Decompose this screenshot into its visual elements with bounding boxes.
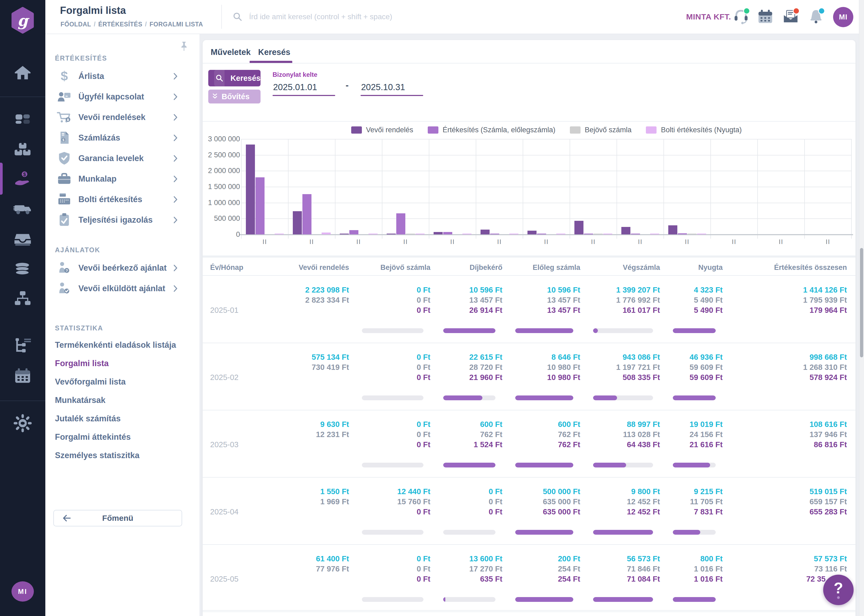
chart-bar[interactable] [481, 229, 490, 234]
chart-bar[interactable] [631, 234, 640, 234]
chart-bar[interactable] [697, 234, 706, 234]
sidebar-item[interactable]: Vevőforgalmi lista [46, 372, 200, 391]
sidebar-item-label: Számlázás [79, 133, 120, 143]
mail-icon[interactable] [782, 8, 799, 25]
table-row[interactable]: 575 134 Ft0 Ft22 615 Ft8 646 Ft943 086 F… [203, 343, 856, 410]
chart-bar[interactable] [369, 234, 378, 234]
chart-bar[interactable] [688, 234, 696, 234]
chart-bar[interactable] [246, 145, 255, 234]
column-header[interactable]: Díjbekérő [437, 264, 509, 272]
sidebar-item[interactable]: Vevői elküldött ajánlat [46, 278, 200, 299]
chart-bar[interactable] [594, 234, 603, 234]
chart-bar[interactable] [302, 194, 311, 234]
sidebar-item[interactable]: Bolti értékesítés [46, 189, 200, 210]
breadcrumb-home[interactable]: FŐOLDAL [61, 21, 91, 28]
chart-bar[interactable] [556, 234, 566, 234]
column-header[interactable]: Előleg számla [509, 264, 587, 272]
sidebar-item[interactable]: $Árlista [46, 66, 200, 86]
sidebar-item[interactable]: Munkatársak [46, 391, 200, 409]
progress-track [673, 597, 716, 602]
column-header[interactable]: Nyugta [667, 264, 730, 272]
rail-item-inbox[interactable] [13, 229, 32, 247]
rail-item-home[interactable] [13, 63, 32, 82]
sidebar-item[interactable]: Forgalmi áttekintés [46, 428, 200, 446]
calendar-icon[interactable] [757, 8, 774, 25]
sidebar-item[interactable]: Személyes statiszitka [46, 446, 200, 465]
column-header[interactable]: Vevői rendelés [268, 264, 356, 272]
user-avatar[interactable]: MI [833, 7, 853, 27]
chart-bar[interactable] [678, 233, 687, 234]
sidebar-item[interactable]: Garancia levelek [46, 148, 200, 168]
date-from-input[interactable] [273, 80, 333, 95]
sidebar-item[interactable]: ?Vevői beérkező ajánlat [46, 258, 200, 278]
tab-muveletek[interactable]: Műveletek [211, 47, 251, 57]
rail-user-avatar[interactable]: MI [11, 581, 34, 602]
bell-icon[interactable] [807, 8, 825, 25]
table-row[interactable]: 1 550 Ft12 440 Ft0 Ft500 000 Ft9 800 Ft9… [203, 478, 856, 545]
chart-bar[interactable] [603, 234, 612, 234]
column-header[interactable]: Végszámla [587, 264, 667, 272]
sidebar-item[interactable]: Ügyfél kapcsolat [46, 86, 200, 107]
rail-item-calendar[interactable] [13, 366, 32, 385]
sidebar-item-active[interactable]: Forgalmi lista [46, 354, 200, 372]
chart-bar[interactable] [509, 234, 518, 234]
table-row[interactable]: 61 400 Ft0 Ft13 600 Ft200 Ft56 573 Ft800… [203, 545, 856, 612]
table-row[interactable]: 9 630 Ft0 Ft600 Ft600 Ft88 997 Ft19 019 … [203, 410, 856, 478]
rail-item-settings[interactable] [13, 414, 32, 432]
rail-item-coins[interactable] [13, 259, 32, 278]
sidebar-item[interactable]: Termékenkénti eladások listája [46, 336, 200, 354]
row-value: 508 335 Ft [587, 373, 667, 382]
chart-bar[interactable] [443, 232, 452, 234]
chart-bar[interactable] [293, 211, 302, 234]
search-input[interactable] [248, 12, 570, 21]
chart-bar[interactable] [349, 230, 358, 234]
chart-bar[interactable] [340, 234, 349, 234]
rail-item-delivery[interactable] [13, 199, 32, 218]
chart-bar[interactable] [528, 231, 537, 234]
row-progress-line [203, 597, 856, 602]
chart-bar[interactable] [537, 234, 546, 234]
chart-bar[interactable] [406, 234, 415, 234]
tab-kereses[interactable]: Keresés [258, 47, 291, 57]
chart-bar[interactable] [668, 225, 677, 234]
date-to-input[interactable] [361, 80, 421, 95]
page-scrollbar-thumb[interactable] [860, 248, 863, 357]
column-header[interactable]: Értékesítés összesen [730, 264, 856, 272]
column-header[interactable]: Bejövő számla [356, 264, 437, 272]
breadcrumb-sales[interactable]: ÉRTÉKESÍTÉS [98, 21, 142, 28]
sidebar-item[interactable]: Munkalap [46, 168, 200, 189]
sidebar-item[interactable]: Jutalék számítás [46, 409, 200, 428]
rail-item-inventory[interactable] [13, 140, 32, 159]
column-header[interactable]: Év/Hónap [203, 264, 268, 272]
table-row[interactable]: 2 223 098 Ft0 Ft10 596 Ft10 596 Ft1 399 … [203, 276, 856, 343]
expand-button[interactable]: Bővítés [208, 90, 261, 104]
headset-icon[interactable] [732, 8, 749, 25]
sidebar-item[interactable]: $Számlázás [46, 127, 200, 148]
search-button[interactable]: Keresés [208, 70, 261, 86]
rail-item-workflow[interactable] [13, 337, 32, 356]
chart-bar[interactable] [322, 233, 331, 234]
breadcrumb-separator: / [94, 21, 96, 28]
chart-bar[interactable] [386, 234, 396, 234]
chart-bar[interactable] [396, 213, 405, 234]
rail-item-network[interactable] [13, 289, 32, 308]
app-logo[interactable]: g [10, 7, 35, 34]
chart-bar[interactable] [434, 232, 443, 234]
page-scrollbar[interactable] [859, 0, 864, 616]
chart-bar[interactable] [462, 234, 471, 234]
chart-bar[interactable] [621, 227, 630, 234]
sidebar-item[interactable]: Teljesítési igazolás [46, 210, 200, 230]
chart-bar[interactable] [584, 234, 593, 234]
chart-bar[interactable] [415, 234, 424, 234]
help-button[interactable]: ? [823, 575, 854, 605]
chart-bar[interactable] [574, 221, 583, 234]
rail-item-sales[interactable]: $ [13, 169, 32, 188]
main-menu-button[interactable]: Főmenü [53, 510, 182, 526]
chart-bar[interactable] [490, 234, 499, 234]
chart-bar[interactable] [650, 234, 659, 234]
rail-item-dashboard[interactable] [13, 111, 32, 129]
chart-bar[interactable] [256, 178, 264, 234]
sidebar-item[interactable]: Vevői rendelések [46, 107, 200, 127]
chart-bar[interactable] [275, 234, 284, 234]
company-name[interactable]: MINTA KFT. [686, 12, 731, 21]
